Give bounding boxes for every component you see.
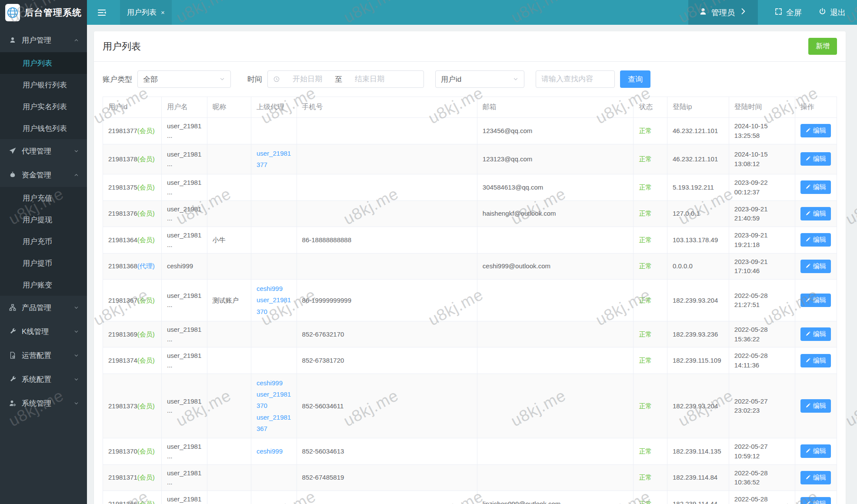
sidebar-subitem-2-4[interactable]: 用户账变 — [0, 274, 87, 296]
edit-button[interactable]: 编辑 — [800, 354, 831, 367]
search-field-select[interactable]: 用户id — [435, 70, 524, 88]
cell-email: linzichen999@outlook.com — [477, 491, 634, 504]
agent-link[interactable]: user_21981370 — [257, 389, 291, 412]
sidebar-subitem-0-3[interactable]: 用户钱包列表 — [0, 117, 87, 139]
cell-nickname — [207, 491, 251, 504]
agent-link[interactable]: user_21981367 — [257, 412, 291, 435]
sidebar-subitem-0-0[interactable]: 用户列表 — [0, 52, 87, 74]
cell-status: 正常 — [634, 144, 667, 174]
edit-button-label: 编辑 — [813, 210, 826, 218]
date-range-picker[interactable]: 至 — [267, 70, 424, 88]
clock-icon — [273, 76, 280, 83]
fullscreen-button[interactable]: 全屏 — [774, 7, 802, 18]
edit-button[interactable]: 编辑 — [800, 180, 831, 194]
edit-button[interactable]: 编辑 — [800, 124, 831, 137]
table-row: 21981366(会员)user_21981...linzichen999@ou… — [103, 491, 837, 504]
cell-status: 正常 — [634, 174, 667, 201]
cell-email: haishengkf@outlook.com — [477, 200, 634, 227]
status-badge: 正常 — [639, 184, 652, 191]
cell-user-id: 21981373(会员) — [103, 374, 162, 438]
date-start-input[interactable] — [282, 75, 333, 83]
sidebar-item-label: 代理管理 — [22, 146, 51, 156]
search-button[interactable]: 查询 — [620, 70, 650, 88]
sidebar-item-0[interactable]: 用户管理 — [0, 28, 87, 52]
cell-status: 正常 — [634, 438, 667, 465]
cell-user-id: 21981374(会员) — [103, 347, 162, 374]
edit-button[interactable]: 编辑 — [800, 471, 831, 484]
agent-link[interactable]: ceshi999 — [257, 446, 291, 457]
cell-actions: 编辑 — [795, 253, 837, 280]
logout-button[interactable]: 退出 — [818, 7, 846, 18]
cell-nickname — [207, 347, 251, 374]
sidebar-item-6[interactable]: 系统配置 — [0, 367, 87, 391]
user-id-value: 21981376 — [108, 210, 137, 217]
edit-button[interactable]: 编辑 — [800, 327, 831, 341]
user-id-value: 21981377 — [108, 127, 137, 134]
agent-link[interactable]: user_21981377 — [257, 148, 291, 171]
edit-button[interactable]: 编辑 — [800, 152, 831, 166]
account-type-select[interactable]: 全部 — [137, 70, 231, 88]
edit-button-label: 编辑 — [813, 474, 826, 482]
agent-link[interactable]: ceshi999 — [257, 377, 291, 389]
tab-close-icon[interactable]: × — [161, 9, 165, 16]
main-column: 用户列表 × 管理员 全屏 — [87, 0, 857, 504]
cell-login-time: 2022-05-28 15:36:22 — [729, 321, 795, 347]
sidebar-subitem-0-1[interactable]: 用户银行列表 — [0, 74, 87, 96]
tab-user-list[interactable]: 用户列表 × — [120, 0, 172, 25]
edit-button[interactable]: 编辑 — [800, 207, 831, 220]
cell-actions: 编辑 — [795, 174, 837, 201]
edit-button[interactable]: 编辑 — [800, 260, 831, 273]
wrench-icon — [9, 327, 17, 336]
keyword-input[interactable] — [536, 70, 615, 88]
user-icon — [9, 36, 17, 45]
add-button[interactable]: 新增 — [808, 38, 837, 55]
admin-menu[interactable]: 管理员 — [688, 0, 758, 25]
sidebar-subitem-0-2[interactable]: 用户实名列表 — [0, 96, 87, 117]
user-id-value: 21981368 — [108, 262, 137, 270]
sidebar-item-label: K线管理 — [22, 327, 49, 337]
edit-button[interactable]: 编辑 — [800, 399, 831, 413]
sidebar-item-3[interactable]: 产品管理 — [0, 296, 87, 320]
sidebar-subitem-2-2[interactable]: 用户充币 — [0, 230, 87, 252]
tab-label: 用户列表 — [127, 7, 157, 17]
cell-parent-agent — [251, 347, 297, 374]
user-list-card: 用户列表 新增 账户类型 全部 时间 — [94, 31, 846, 504]
edit-button[interactable]: 编辑 — [800, 233, 831, 247]
cell-status: 正常 — [634, 347, 667, 374]
cell-nickname — [207, 144, 251, 174]
money-bag-icon — [9, 171, 17, 180]
sidebar-item-1[interactable]: 代理管理 — [0, 139, 87, 163]
table-row: 21981373(会员)user_21981...ceshi999user_21… — [103, 374, 837, 438]
user-type-tag: (会员) — [137, 297, 155, 304]
agent-link[interactable]: ceshi999 — [257, 283, 291, 294]
edit-button[interactable]: 编辑 — [800, 444, 831, 458]
cell-actions: 编辑 — [795, 374, 837, 438]
pencil-icon — [805, 127, 811, 134]
status-badge: 正常 — [639, 210, 652, 217]
table-row: 21981378(会员)user_21981...user_2198137712… — [103, 144, 837, 174]
cell-nickname — [207, 438, 251, 465]
cell-login-time: 2024-10-15 13:08:12 — [729, 144, 795, 174]
cell-login-ip: 182.239.93.204 — [667, 374, 729, 438]
table-row: 21981370(会员)user_21981...ceshi999852-560… — [103, 438, 837, 465]
edit-button[interactable]: 编辑 — [800, 497, 831, 504]
agent-link[interactable]: user_21981370 — [257, 294, 291, 317]
pencil-icon — [805, 155, 811, 163]
sidebar-subitem-2-3[interactable]: 用户提币 — [0, 252, 87, 274]
submenu-0: 用户列表用户银行列表用户实名列表用户钱包列表 — [0, 52, 87, 139]
sidebar-item-4[interactable]: K线管理 — [0, 320, 87, 344]
sidebar-item-7[interactable]: 系统管理 — [0, 391, 87, 415]
cell-nickname: 测试账户 — [207, 280, 251, 321]
menu-fold-icon[interactable] — [97, 7, 107, 18]
status-badge: 正常 — [639, 357, 652, 364]
date-end-input[interactable] — [344, 75, 395, 83]
pencil-icon — [805, 447, 811, 455]
status-badge: 正常 — [639, 500, 652, 504]
sidebar-subitem-2-1[interactable]: 用户提现 — [0, 209, 87, 230]
sidebar-item-5[interactable]: 运营配置 — [0, 344, 87, 367]
cell-actions: 编辑 — [795, 227, 837, 254]
cell-status: 正常 — [634, 280, 667, 321]
edit-button[interactable]: 编辑 — [800, 294, 831, 307]
sidebar-subitem-2-0[interactable]: 用户充值 — [0, 187, 87, 209]
sidebar-item-2[interactable]: 资金管理 — [0, 163, 87, 187]
